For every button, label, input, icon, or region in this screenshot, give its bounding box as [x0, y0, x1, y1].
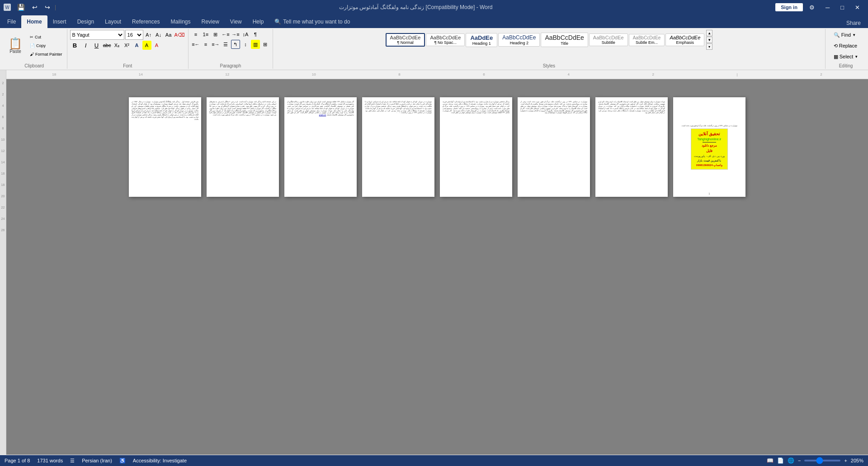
shading-button[interactable]: ▥	[251, 40, 260, 49]
sign-in-button[interactable]: Sign in	[775, 3, 803, 11]
font-case-button[interactable]: Aa	[164, 30, 173, 39]
ad-block: تحقیق آنلاین Tahghighonline.ir مرجع دانل…	[691, 128, 728, 170]
font-color-button[interactable]: A	[152, 41, 161, 50]
track-changes-icon: ☰	[70, 458, 75, 464]
paste-button[interactable]: 📋 Paste	[5, 36, 26, 56]
borders-button[interactable]: ⊞	[261, 40, 270, 49]
numbering-button[interactable]: 1≡	[201, 30, 210, 39]
styles-scroll-up[interactable]: ▲	[706, 30, 712, 36]
show-formatting-button[interactable]: ¶	[251, 30, 260, 39]
find-button[interactable]: 🔍 Find ▼	[832, 30, 858, 40]
style-emphasis[interactable]: AaBbCcDdEe Emphasis	[665, 33, 704, 46]
page-6-text: موتزارت در دسامبر ۱۷۹۱ در وین درگذشت. عل…	[520, 101, 587, 114]
multilevel-button[interactable]: ⊞	[211, 30, 220, 39]
tab-review[interactable]: Review	[196, 15, 224, 28]
save-button[interactable]: 💾	[14, 0, 28, 14]
tab-view[interactable]: View	[225, 15, 247, 28]
align-right-button[interactable]: ≡→	[211, 40, 220, 49]
strikethrough-button[interactable]: abc	[103, 41, 112, 50]
style-heading1[interactable]: AaDdEe Heading 1	[466, 33, 497, 47]
web-layout-button[interactable]: 🌐	[788, 457, 794, 464]
ruler-numbers: 18141210 8642 |2	[6, 70, 868, 79]
read-mode-button[interactable]: 📖	[767, 457, 774, 464]
title-bar: W 💾 ↩ ↪ | زندگی نامه ولفگانگ آمادئوس موت…	[0, 0, 868, 14]
paragraph-group: ≡ 1≡ ⊞ ←≡ →≡ ↕A ¶ ≡← ≡ ≡→ ☰ ↰ ↕ ▥ ⊞	[189, 29, 273, 69]
sort-button[interactable]: ↕A	[241, 30, 250, 39]
restore-button[interactable]: □	[836, 0, 849, 14]
align-left-button[interactable]: ≡←	[191, 40, 200, 49]
page-7: میراث موتزارت برای موسیقی جهان بی نظیر ا…	[595, 97, 668, 197]
decrease-indent-button[interactable]: ←≡	[221, 30, 230, 39]
font-name-select[interactable]: B Yagut	[70, 30, 124, 40]
style-subtitle[interactable]: AaBbCcDdEe Subtitle	[589, 33, 628, 46]
status-left: Page 1 of 8 1731 words ☰ Persian (Iran) …	[5, 458, 187, 464]
increase-font-button[interactable]: A↑	[144, 30, 153, 39]
styles-expand[interactable]: ▾	[706, 43, 712, 50]
tab-design[interactable]: Design	[72, 15, 99, 28]
tab-tell-me[interactable]: 🔍 Tell me what you want to do	[269, 15, 355, 28]
cut-button[interactable]: ✂ Cut	[28, 33, 64, 41]
styles-scroll-down[interactable]: ▼	[706, 37, 712, 43]
align-center-button[interactable]: ≡	[201, 40, 210, 49]
format-painter-icon: 🖌	[30, 52, 34, 57]
undo-button[interactable]: ↩	[29, 0, 40, 14]
style-normal-preview: AaBbCcDdEe	[390, 35, 421, 40]
format-painter-button[interactable]: 🖌 Format Painter	[28, 50, 64, 58]
style-title[interactable]: AaBbCcDdEe Title	[541, 33, 588, 47]
page-4: موتزارت در دوران کودکی به عنوان کودک ناب…	[362, 97, 434, 197]
line-spacing-button[interactable]: ↕	[241, 40, 250, 49]
page-1-text: متن فارسی صفحه اول - زندگی نامه ولفگانگ …	[132, 101, 198, 121]
select-button[interactable]: ▦ Select ▼	[832, 52, 860, 62]
replace-button[interactable]: ⟲ Replace	[832, 41, 859, 51]
word-count: 1731 words	[37, 458, 63, 463]
justify-button[interactable]: ☰	[221, 40, 230, 49]
bold-button[interactable]: B	[70, 41, 80, 50]
ad-brand: Tahghighonline.ir	[698, 138, 722, 141]
italic-button[interactable]: I	[81, 41, 91, 50]
print-layout-button[interactable]: 📄	[777, 457, 784, 464]
redo-button[interactable]: ↪	[42, 0, 53, 14]
style-normal[interactable]: AaBbCcDdEe ¶ Normal	[386, 33, 425, 47]
increase-indent-button[interactable]: →≡	[231, 30, 240, 39]
page-3-text: آثار موتزارت شامل ۶۲۶ قطعه موسیقی است. ا…	[287, 101, 354, 116]
decrease-font-button[interactable]: A↓	[154, 30, 163, 39]
tab-layout[interactable]: Layout	[99, 15, 127, 28]
paste-icon: 📋	[9, 38, 22, 49]
paste-label: Paste	[9, 49, 21, 54]
paragraph-group-label: Paragraph	[189, 63, 273, 69]
page-8-top-text: موتزارت در دسامبر ۱۷۹۱ در وین درگذشت. عل…	[681, 125, 737, 127]
status-bar: Page 1 of 8 1731 words ☰ Persian (Iran) …	[0, 455, 868, 466]
text-effects-button[interactable]: A	[132, 41, 142, 50]
superscript-button[interactable]: X²	[123, 41, 132, 50]
ad-divider	[703, 142, 716, 143]
tab-references[interactable]: References	[127, 15, 165, 28]
bullets-button[interactable]: ≡	[191, 30, 200, 39]
style-nospace-label: ¶ No Spac...	[430, 40, 461, 45]
style-heading2[interactable]: AaBbCcDdEe Heading 2	[498, 33, 540, 47]
clear-formatting-button[interactable]: A⌫	[174, 30, 185, 39]
ribbon-tab-bar: File Home Insert Design Layout Reference…	[0, 14, 868, 28]
tab-home[interactable]: Home	[21, 15, 47, 28]
style-h1-preview: AaDdEe	[470, 34, 493, 41]
share-button[interactable]: Share	[841, 18, 866, 28]
settings-button[interactable]: ⚙	[805, 0, 819, 14]
subscript-button[interactable]: X₂	[113, 41, 122, 50]
tab-insert[interactable]: Insert	[47, 15, 72, 28]
text-highlight-button[interactable]: A	[142, 41, 151, 50]
tab-help[interactable]: Help	[247, 15, 269, 28]
tab-mailings[interactable]: Mailings	[165, 15, 196, 28]
style-subtle-emphasis[interactable]: AaBbCcDdEe Subtle Em...	[629, 34, 665, 46]
ruler-container: 18141210 8642 |2	[0, 70, 868, 79]
minimize-button[interactable]: ─	[821, 0, 834, 14]
close-button[interactable]: ✕	[850, 0, 864, 14]
document-area[interactable]: متن فارسی صفحه اول - زندگی نامه ولفگانگ …	[6, 79, 868, 455]
tab-file[interactable]: File	[2, 15, 21, 28]
font-size-select[interactable]: 16	[125, 30, 143, 40]
style-nospace[interactable]: AaBbCcDdEe ¶ No Spac...	[426, 33, 465, 46]
copy-button[interactable]: 📄 Copy	[28, 42, 64, 50]
underline-button[interactable]: U	[92, 41, 102, 50]
styles-group-label: Styles	[273, 63, 825, 69]
rtl-button[interactable]: ↰	[231, 40, 240, 49]
find-icon: 🔍	[834, 32, 840, 38]
zoom-slider[interactable]	[804, 460, 840, 461]
